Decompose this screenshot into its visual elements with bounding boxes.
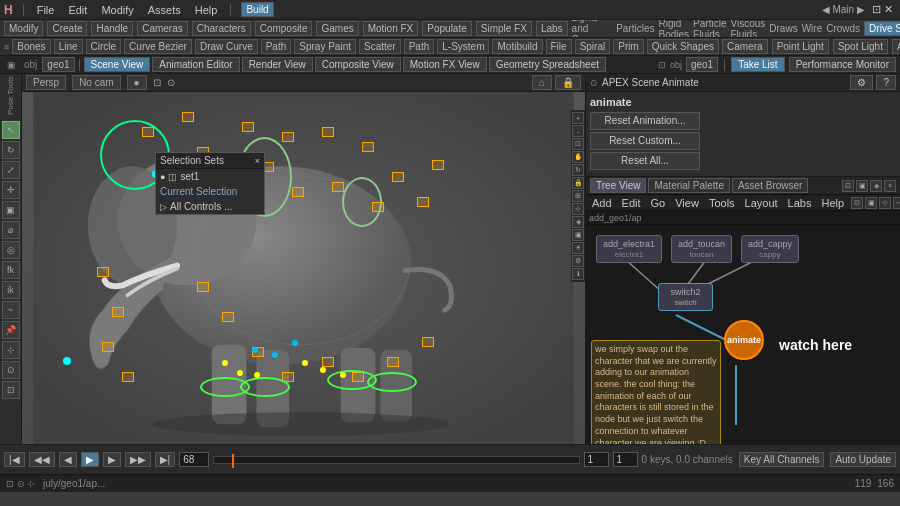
- shelf-prim[interactable]: Prim: [613, 39, 644, 54]
- tool-characters[interactable]: Characters: [192, 21, 251, 36]
- tool-lasso[interactable]: ⌀: [2, 221, 20, 239]
- point-light-btn[interactable]: Point Light: [772, 39, 829, 54]
- tool-magnet[interactable]: ⊙: [2, 361, 20, 379]
- simulate-button[interactable]: Drive Simulation: [864, 21, 900, 36]
- shelf-path2[interactable]: Path: [404, 39, 435, 54]
- ng-menu-layout[interactable]: Layout: [742, 197, 781, 209]
- vp-home[interactable]: ⌂: [532, 75, 552, 90]
- shelf-bones[interactable]: Bones: [12, 39, 50, 54]
- tool-cameras[interactable]: Cameras: [137, 21, 188, 36]
- timeline-start[interactable]: |◀: [4, 452, 25, 467]
- right-panel-help[interactable]: ?: [876, 75, 896, 90]
- ng-icon-3[interactable]: ⊹: [879, 197, 891, 209]
- menu-file[interactable]: File: [34, 4, 58, 16]
- tool-arrow[interactable]: ↖: [2, 121, 20, 139]
- ng-ctrl-2[interactable]: ▣: [856, 180, 868, 192]
- tab-geo-spreadsheet[interactable]: Geometry Spreadsheet: [489, 57, 606, 72]
- shelf-spiral[interactable]: Spiral: [575, 39, 611, 54]
- vp-pan[interactable]: ✋: [572, 151, 584, 163]
- all-controls-row[interactable]: ▷ All Controls ...: [156, 199, 264, 214]
- ng-menu-view[interactable]: View: [672, 197, 702, 209]
- menu-edit[interactable]: Edit: [65, 4, 90, 16]
- spot-light-btn[interactable]: Spot Light: [833, 39, 888, 54]
- ng-tab-asset[interactable]: Asset Browser: [732, 178, 808, 193]
- key-all-channels-btn[interactable]: Key All Channels: [739, 452, 825, 467]
- timeline-frame-start[interactable]: [584, 452, 609, 467]
- tool-fk[interactable]: fk: [2, 261, 20, 279]
- tool-labs[interactable]: Labs: [536, 21, 568, 36]
- timeline-play[interactable]: ▶: [81, 452, 99, 467]
- timeline-next-frame[interactable]: ▶: [103, 452, 121, 467]
- shelf-file[interactable]: File: [546, 39, 572, 54]
- shelf-path[interactable]: Path: [261, 39, 292, 54]
- build-button[interactable]: Build: [241, 2, 273, 17]
- sel-sets-close[interactable]: ×: [255, 156, 260, 166]
- vp-grid[interactable]: ⊞: [572, 190, 584, 202]
- shelf-curve-bezier[interactable]: Curve Bezier: [124, 39, 192, 54]
- node-add-toucan[interactable]: add_toucan toucan: [671, 235, 732, 263]
- tool-transform[interactable]: ✛: [2, 181, 20, 199]
- tool-ik[interactable]: ik: [2, 281, 20, 299]
- vp-shading[interactable]: ●: [127, 75, 147, 90]
- tool-handle[interactable]: Handle: [91, 21, 133, 36]
- window-controls[interactable]: ⊡ ✕: [869, 3, 896, 16]
- ng-icon-4[interactable]: ↔: [893, 197, 900, 209]
- node-animate[interactable]: animate: [724, 320, 764, 360]
- tool-modify[interactable]: Modify: [4, 21, 43, 36]
- ng-menu-add[interactable]: Add: [589, 197, 615, 209]
- node-switch2[interactable]: switch2 switch: [658, 283, 713, 311]
- timeline-next-key[interactable]: ▶▶: [125, 452, 151, 467]
- tool-ref[interactable]: ⊡: [2, 381, 20, 399]
- timeline-scrubber[interactable]: [213, 456, 579, 464]
- vp-zoom-out[interactable]: -: [572, 125, 584, 137]
- vp-no-cam[interactable]: No cam: [72, 75, 120, 90]
- right-panel-settings[interactable]: ⚙: [850, 75, 873, 90]
- ng-menu-labs[interactable]: Labs: [785, 197, 815, 209]
- node-add-cappy[interactable]: add_cappy cappy: [741, 235, 799, 263]
- tool-simplefx[interactable]: Simple FX: [476, 21, 532, 36]
- tool-scale[interactable]: ⤢: [2, 161, 20, 179]
- timeline-frame-current[interactable]: [613, 452, 638, 467]
- timeline-end[interactable]: ▶|: [155, 452, 176, 467]
- ng-icon-2[interactable]: ▣: [865, 197, 877, 209]
- vp-persp[interactable]: Persp: [26, 75, 66, 90]
- vp-snap[interactable]: ⊹: [572, 203, 584, 215]
- vp-render2[interactable]: ⚙: [572, 255, 584, 267]
- timeline-prev-frame[interactable]: ◀: [59, 452, 77, 467]
- ng-ctrl-1[interactable]: ⊡: [842, 180, 854, 192]
- ng-tab-material[interactable]: Material Palette: [648, 178, 729, 193]
- node-graph-canvas[interactable]: add_cappy cappy add_electra1 electra1 ad…: [586, 225, 900, 444]
- tool-composite[interactable]: Composite: [255, 21, 313, 36]
- tool-pin[interactable]: 📌: [2, 321, 20, 339]
- tab-scene-view[interactable]: Scene View: [84, 57, 151, 72]
- camera-btn[interactable]: Camera: [722, 39, 768, 54]
- tool-snap[interactable]: ⊹: [2, 341, 20, 359]
- ng-ctrl-close[interactable]: ×: [884, 180, 896, 192]
- tool-tweak[interactable]: ~: [2, 301, 20, 319]
- ng-tab-tree[interactable]: Tree View: [590, 178, 646, 193]
- reset-custom-btn[interactable]: Reset Custom...: [590, 132, 700, 150]
- ng-menu-help[interactable]: Help: [818, 197, 847, 209]
- ng-ctrl-3[interactable]: ◈: [870, 180, 882, 192]
- tool-games[interactable]: Games: [316, 21, 358, 36]
- reset-animation-btn[interactable]: Reset Animation...: [590, 112, 700, 130]
- tool-populate[interactable]: Populate: [422, 21, 471, 36]
- vp-info[interactable]: ℹ: [572, 268, 584, 280]
- tool-rotate[interactable]: ↻: [2, 141, 20, 159]
- vp-lock[interactable]: 🔒: [555, 75, 581, 90]
- ng-menu-edit[interactable]: Edit: [619, 197, 644, 209]
- right-tab-take[interactable]: Take List: [731, 57, 784, 72]
- menu-assets[interactable]: Assets: [145, 4, 184, 16]
- tab-composite-view[interactable]: Composite View: [315, 57, 401, 72]
- tab-motion-fx[interactable]: Motion FX View: [403, 57, 487, 72]
- ng-menu-tools[interactable]: Tools: [706, 197, 738, 209]
- tool-select[interactable]: ▣: [2, 201, 20, 219]
- shelf-draw-curve[interactable]: Draw Curve: [195, 39, 258, 54]
- shelf-motibuild[interactable]: Motibuild: [492, 39, 542, 54]
- geo-path[interactable]: geo1: [42, 57, 74, 72]
- menu-help[interactable]: Help: [192, 4, 221, 16]
- reset-all-btn[interactable]: Reset All...: [590, 152, 700, 170]
- menu-modify[interactable]: Modify: [98, 4, 136, 16]
- area-light-btn[interactable]: Area Light: [892, 39, 900, 54]
- vp-vis[interactable]: ◈: [572, 216, 584, 228]
